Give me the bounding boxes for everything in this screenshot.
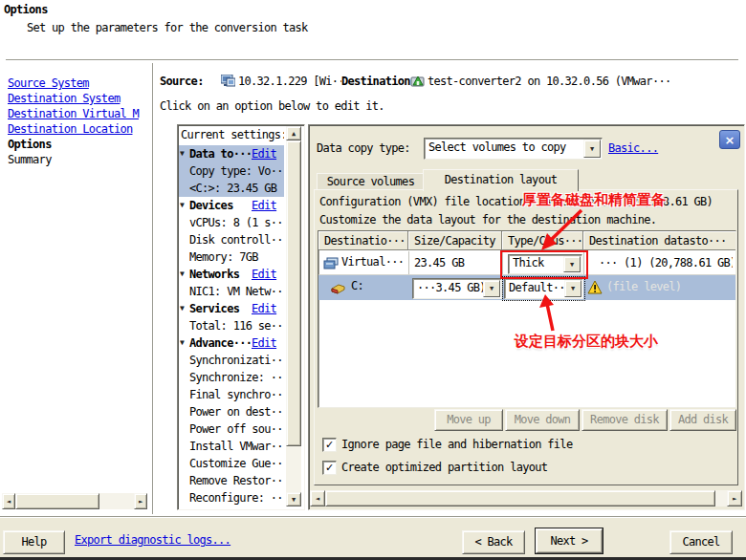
- ignore-pagefile-label[interactable]: Ignore page file and hibernation file: [341, 438, 724, 451]
- move-down-button[interactable]: Move down: [505, 409, 580, 431]
- settings-item[interactable]: Remove Restor···: [180, 472, 284, 489]
- settings-vertical-scrollbar[interactable]: ▲ ▼: [286, 126, 301, 506]
- basic-link[interactable]: Basic...: [608, 141, 658, 155]
- scroll-down-button[interactable]: ▼: [286, 492, 301, 506]
- back-button[interactable]: < Back: [462, 530, 525, 554]
- scroll-up-button[interactable]: ▲: [286, 126, 301, 140]
- settings-item[interactable]: Total: 116 se···: [180, 317, 284, 334]
- settings-item[interactable]: vCPUs: 8 (1 s···: [180, 214, 284, 231]
- settings-item-label: NIC1: VM Netw···: [189, 283, 284, 300]
- collapse-arrow-icon[interactable]: ▼: [180, 334, 185, 352]
- settings-item-label: Total: 116 se···: [189, 317, 284, 334]
- ignore-pagefile-checkbox[interactable]: ✓: [322, 438, 337, 452]
- settings-item[interactable]: Synchronize: ···: [180, 369, 284, 386]
- check-icon: ✓: [325, 462, 334, 474]
- tab-destination-layout[interactable]: Destination layout: [423, 169, 579, 191]
- remove-disk-button[interactable]: Remove disk: [581, 409, 668, 431]
- partition-name: C:: [351, 279, 405, 292]
- add-disk-button[interactable]: Add disk: [669, 409, 736, 431]
- settings-item-label: <C:>: 23.45 GB: [189, 180, 276, 197]
- partition-size-select[interactable]: ···3.45 GB) ▼: [412, 278, 502, 299]
- scrollbar-thumb[interactable]: [286, 140, 301, 446]
- settings-item[interactable]: Synchronizati···: [180, 352, 284, 369]
- collapse-arrow-icon[interactable]: ▼: [180, 145, 185, 162]
- cancel-button[interactable]: Cancel: [669, 530, 733, 554]
- settings-item[interactable]: Customize Gue···: [180, 455, 284, 472]
- edit-link[interactable]: Edit: [252, 266, 276, 283]
- help-button[interactable]: Help: [3, 530, 65, 554]
- sidebar-item-label: Destination Location: [8, 122, 133, 136]
- edit-link[interactable]: Edit: [252, 145, 276, 162]
- settings-item-label: Copy type: Vo···: [189, 162, 284, 180]
- settings-group-advanced[interactable]: ▼ Advance··· Edit: [180, 334, 284, 352]
- settings-item[interactable]: Power on dest···: [180, 403, 284, 420]
- sidebar-item-label: Destination System: [8, 92, 120, 105]
- settings-item[interactable]: Reconfigure: ···: [180, 489, 284, 506]
- data-copy-type-label: Data copy type:: [317, 141, 410, 155]
- settings-item[interactable]: Disk controll···: [180, 231, 284, 248]
- settings-item-label: vCPUs: 8 (1 s···: [189, 214, 284, 231]
- settings-item[interactable]: Final synchro···: [180, 386, 284, 403]
- settings-group-networks[interactable]: ▼ Networks Edit: [180, 266, 284, 283]
- sidebar-horizontal-scrollbar[interactable]: ◄ ►: [2, 493, 147, 509]
- scroll-right-button[interactable]: ►: [134, 493, 147, 509]
- data-copy-type-select[interactable]: Select volumes to copy ▼: [424, 138, 603, 160]
- scrollbar-track[interactable]: [286, 446, 301, 492]
- settings-item-label: Customize Gue···: [189, 455, 284, 472]
- edit-link[interactable]: Edit: [252, 334, 276, 352]
- destination-label: Destination:: [341, 75, 416, 88]
- settings-item-label: Install VMwar···: [189, 438, 284, 455]
- settings-item[interactable]: Copy type: Vo···: [180, 162, 284, 180]
- scroll-left-button[interactable]: ◄: [310, 490, 325, 506]
- tab-source-volumes[interactable]: Source volumes: [317, 173, 425, 190]
- options-horizontal-scrollbar[interactable]: ◄ ►: [310, 490, 742, 506]
- scrollbar-track[interactable]: [715, 490, 727, 506]
- partition-size-value: ···3.45 GB): [417, 279, 484, 298]
- settings-item[interactable]: Memory: 7GB: [180, 248, 284, 266]
- settings-item-label: Power off sou···: [189, 420, 284, 438]
- sidebar-item-source-system[interactable]: Source System: [8, 76, 151, 90]
- scrollbar-thumb[interactable]: [325, 490, 715, 506]
- settings-item[interactable]: NIC1: VM Netw···: [180, 283, 284, 300]
- sidebar-item-label: Summary: [8, 153, 52, 166]
- scrollbar-track[interactable]: [99, 493, 134, 509]
- collapse-arrow-icon[interactable]: ▼: [180, 197, 185, 214]
- collapse-arrow-icon[interactable]: ▼: [180, 300, 185, 317]
- chevron-down-icon: ▼: [571, 285, 575, 292]
- settings-item[interactable]: Power off sou···: [180, 420, 284, 438]
- sidebar-item-destination-system[interactable]: Destination System: [8, 92, 151, 105]
- edit-link[interactable]: Edit: [252, 197, 276, 214]
- move-up-button[interactable]: Move up: [434, 409, 503, 431]
- virtual-disk-icon: [323, 257, 339, 269]
- scroll-left-button[interactable]: ◄: [2, 493, 15, 509]
- scrollbar-thumb[interactable]: [15, 493, 99, 509]
- sidebar-item-label: Options: [8, 138, 52, 151]
- sidebar-item-destination-virtual-machine[interactable]: Destination Virtual M: [8, 107, 151, 120]
- scroll-left-icon: ◄: [7, 498, 11, 506]
- column-header-destination-datastore[interactable]: Destination datasto···: [583, 231, 735, 250]
- optimized-partition-checkbox[interactable]: ✓: [322, 461, 337, 475]
- optimized-partition-label[interactable]: Create optimized partition layout: [341, 461, 724, 474]
- close-icon[interactable]: ×: [719, 130, 740, 149]
- dropdown-button[interactable]: ▼: [583, 140, 601, 158]
- scroll-right-button[interactable]: ►: [727, 490, 742, 506]
- sidebar-item-destination-location[interactable]: Destination Location: [8, 122, 151, 136]
- next-button[interactable]: Next >: [536, 528, 603, 553]
- settings-group-devices[interactable]: ▼ Devices Edit: [180, 197, 284, 214]
- settings-group-services[interactable]: ▼ Services Edit: [180, 300, 284, 317]
- scroll-right-icon: ►: [733, 495, 736, 503]
- column-header-size-capacity[interactable]: Size/Capacity: [408, 231, 502, 250]
- dropdown-button[interactable]: ▼: [564, 280, 581, 297]
- settings-item[interactable]: Install VMwar···: [180, 438, 284, 455]
- edit-link[interactable]: Edit: [252, 300, 276, 317]
- settings-item-label: Power on dest···: [189, 403, 284, 420]
- disk-size: 23.45 GB: [414, 256, 498, 269]
- export-diagnostic-logs-link[interactable]: Export diagnostic logs...: [75, 533, 230, 547]
- collapse-arrow-icon[interactable]: ▼: [180, 266, 185, 283]
- settings-group-label: Devices: [189, 197, 233, 214]
- column-header-destination[interactable]: Destinatio···: [318, 231, 408, 250]
- dropdown-button[interactable]: ▼: [483, 280, 500, 297]
- settings-item[interactable]: <C:>: 23.45 GB: [180, 180, 284, 197]
- settings-group-data-to-copy[interactable]: ▼ Data to··· Edit: [180, 145, 284, 162]
- settings-item-label: Memory: 7GB: [189, 248, 258, 266]
